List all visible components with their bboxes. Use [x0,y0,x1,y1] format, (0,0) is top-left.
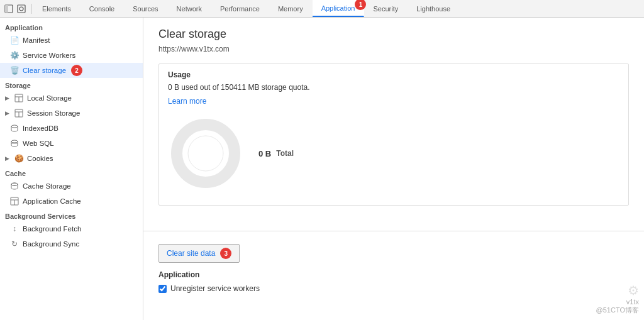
local-storage-icon [14,94,23,102]
sidebar-item-clear-storage-label: Clear storage [23,67,66,74]
sidebar-item-service-workers[interactable]: ⚙️ Service Workers [0,48,143,63]
sidebar-section-application: Application [0,20,143,33]
svg-point-11 [11,140,18,143]
sidebar-item-service-workers-label: Service Workers [23,52,75,59]
tab-application[interactable]: Application 1 [313,0,365,17]
tab-security[interactable]: Security [364,0,408,17]
application-cache-icon [10,197,19,206]
sidebar-item-manifest[interactable]: 📄 Manifest [0,33,143,48]
content-url: https://www.v1tx.com [158,45,629,53]
sidebar-item-indexeddb[interactable]: IndexedDB [0,121,143,136]
sidebar-item-application-cache-label: Application Cache [23,197,81,205]
usage-text: 0 B used out of 150411 MB storage quota. [168,83,619,92]
tab-network[interactable]: Network [168,0,211,17]
tab-lighthouse[interactable]: Lighthouse [408,0,460,17]
cache-storage-icon [10,182,19,190]
sidebar-item-cookies[interactable]: ▶ 🍪 Cookies [0,151,143,166]
legend-label: Total [276,149,294,158]
indexeddb-icon [10,124,19,133]
sidebar-item-session-storage-label: Session Storage [27,109,80,117]
inspect-icon[interactable] [16,4,26,14]
unregister-label[interactable]: Unregister service workers [170,284,260,293]
sidebar: Application 📄 Manifest ⚙️ Service Worker… [0,18,143,320]
chart-legend: 0 B Total [258,149,294,158]
sidebar-item-cache-storage[interactable]: Cache Storage [0,179,143,194]
tab-console[interactable]: Console [80,0,124,17]
sidebar-item-background-fetch[interactable]: ↕ Background Fetch [0,221,143,236]
svg-rect-2 [18,5,25,13]
clear-site-data-button[interactable]: Clear site data 3 [158,244,240,263]
annotation-3: 3 [220,248,231,259]
expand-triangle-session-storage: ▶ [5,110,9,116]
session-storage-icon [14,109,23,118]
sidebar-item-local-storage[interactable]: ▶ Local Storage [0,91,143,106]
background-fetch-icon: ↕ [10,224,19,233]
clear-btn-row: Clear site data 3 [143,236,644,270]
unregister-checkbox[interactable] [158,285,167,293]
sidebar-item-cache-storage-label: Cache Storage [23,182,71,190]
cookies-icon: 🍪 [14,154,23,163]
main-layout: Application 📄 Manifest ⚙️ Service Worker… [0,18,644,320]
content-divider [143,231,644,231]
usage-section-header: Usage [159,64,628,83]
app-section: Application Unregister service workers [143,270,644,303]
sidebar-item-background-fetch-label: Background Fetch [23,225,81,233]
svg-point-14 [11,183,18,185]
sidebar-item-web-sql-label: Web SQL [23,140,54,147]
tab-divider [31,4,32,14]
tab-memory[interactable]: Memory [269,0,313,17]
svg-point-3 [19,7,23,11]
chart-area: 0 B Total [168,106,619,196]
page-title: Clear storage [158,28,629,41]
sidebar-item-cookies-label: Cookies [27,155,53,162]
toolbar-icons [0,0,30,17]
clear-site-data-label: Clear site data [167,249,215,258]
svg-point-10 [11,125,18,128]
legend-total: 0 B Total [258,149,294,158]
sidebar-item-indexeddb-label: IndexedDB [23,124,58,132]
svg-rect-1 [5,5,8,13]
sidebar-item-background-sync[interactable]: ↻ Background Sync [0,236,143,251]
sidebar-item-local-storage-label: Local Storage [27,94,72,102]
manifest-icon: 📄 [10,36,19,45]
clear-storage-icon: 🗑️ [10,66,19,75]
tab-sources[interactable]: Sources [124,0,167,17]
background-sync-icon: ↻ [10,240,19,248]
sidebar-item-web-sql[interactable]: Web SQL [0,136,143,151]
usage-section: Usage 0 B used out of 150411 MB storage … [158,63,629,206]
tab-performance[interactable]: Performance [211,0,269,17]
sidebar-section-background-services: Background Services [0,209,143,221]
annotation-2: 2 [71,65,82,76]
learn-more-link[interactable]: Learn more [168,97,206,106]
sidebar-item-clear-storage[interactable]: 🗑️ Clear storage 2 [0,63,143,78]
sidebar-item-application-cache[interactable]: Application Cache [0,194,143,209]
expand-triangle-local-storage: ▶ [5,95,9,101]
sidebar-item-manifest-label: Manifest [23,36,50,44]
sidebar-item-session-storage[interactable]: ▶ Session Storage [0,106,143,121]
content-area: Clear storage https://www.v1tx.com Usage… [143,18,644,320]
svg-point-19 [188,136,223,171]
sidebar-section-storage: Storage [0,78,143,91]
sidebar-item-background-sync-label: Background Sync [23,240,79,248]
checkbox-unregister-service-workers: Unregister service workers [158,284,629,293]
usage-section-content: 0 B used out of 150411 MB storage quota.… [159,83,628,205]
expand-triangle-cookies: ▶ [5,155,9,162]
service-workers-icon: ⚙️ [10,51,19,60]
web-sql-icon [10,139,19,148]
tab-bar: Elements Console Sources Network Perform… [0,0,644,18]
legend-value: 0 B [258,149,271,158]
sidebar-section-cache: Cache [0,166,143,179]
app-section-title: Application [158,270,629,279]
donut-chart [168,116,243,191]
content-inner: Clear storage https://www.v1tx.com Usage… [143,18,644,226]
dock-icon[interactable] [4,4,14,14]
tab-elements[interactable]: Elements [33,0,80,17]
